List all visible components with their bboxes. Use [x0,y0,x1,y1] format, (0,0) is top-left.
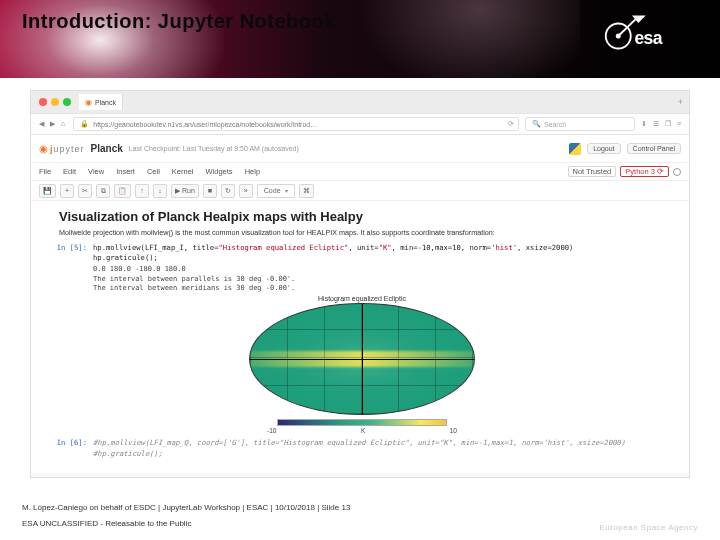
code-content-6: #hp.mollview(LFI_map_Q, coord=['G'], tit… [93,438,625,458]
colorbar-ticks: -10 K 10 [267,427,457,434]
nav-buttons: ◀ ▶ ⌂ [31,120,73,128]
esa-logo: esa [602,14,702,58]
window-tab-bar: ◉ Planck + [31,91,689,113]
browser-tab[interactable]: ◉ Planck [79,94,123,110]
restart-run-all-button[interactable]: » [239,184,253,198]
kernel-badge[interactable]: Python 3 ⟳ [620,166,669,177]
menu-widgets[interactable]: Widgets [206,167,233,176]
move-down-button[interactable]: ↓ [153,184,167,198]
axis-horizontal [250,359,474,360]
browser-tab-label: Planck [95,99,116,106]
restart-button[interactable]: ↻ [221,184,235,198]
control-panel-button[interactable]: Control Panel [627,143,681,154]
figure-title: Histogram equalized Ecliptic [318,295,406,302]
in-prompt-6: In [6]: [47,438,93,458]
galactic-plane [250,351,474,367]
code-cell-5[interactable]: In [5]: hp.mollview(LFI_map_I, title="Hi… [47,243,677,263]
slide-title: Introduction: Jupyter Notebook [22,10,336,33]
close-dot[interactable] [39,98,47,106]
mollweide-plot [249,303,475,415]
forward-button[interactable]: ▶ [50,120,55,128]
code-cell-6[interactable]: In [6]: #hp.mollview(LFI_map_Q, coord=['… [47,438,677,458]
figure-output: Histogram equalized Ecliptic -10 K 10 [47,295,677,434]
search-bar[interactable]: 🔍 Search [525,117,635,131]
menu-help[interactable]: Help [245,167,260,176]
paste-button[interactable]: 📋 [114,184,131,198]
footer-classification: ESA UNCLASSIFIED - Releasable to the Pub… [22,519,191,528]
toolbar-extras: ⬇ ☰ ❐ ≡ [641,120,689,128]
jupyter-logo-icon: ◉ [39,143,48,154]
ea-wordmark: European Space Agency [599,523,698,532]
notebook-menu: File Edit View Insert Cell Kernel Widget… [31,163,689,181]
menu-edit[interactable]: Edit [63,167,76,176]
slide-root: Introduction: Jupyter Notebook esa ◉ Pla… [0,0,720,540]
kernel-status-icon [673,168,681,176]
svg-text:esa: esa [635,28,663,48]
hero-banner: Introduction: Jupyter Notebook esa [0,0,720,78]
menu-icon[interactable]: ≡ [677,120,681,128]
cell-type-select[interactable]: Code▾ [257,184,295,198]
library-icon[interactable]: ☰ [653,120,659,128]
colorbar [277,419,447,426]
downloads-icon[interactable]: ⬇ [641,120,647,128]
min-dot[interactable] [51,98,59,106]
url-text: https://geanotebookdev.n1vs.an/user/mlop… [93,121,317,128]
move-up-button[interactable]: ↑ [135,184,149,198]
in-prompt: In [5]: [47,243,93,263]
logout-button[interactable]: Logout [587,143,620,154]
cbar-tick-min: -10 [267,427,276,434]
search-placeholder: Search [544,121,566,128]
screenshot-frame: ◉ Planck + ◀ ▶ ⌂ 🔒 https://geanotebookde… [30,90,690,478]
trusted-indicator[interactable]: Not Trusted [568,166,617,177]
menu-kernel[interactable]: Kernel [172,167,194,176]
run-button[interactable]: ▶ Run [171,184,199,198]
notebook-header: ◉ jjupyterupyter Planck Last Checkpoint:… [31,135,689,163]
markdown-paragraph: Mollweide projection with mollview() is … [59,228,677,237]
jupyter-tab-icon: ◉ [85,98,92,107]
add-cell-button[interactable]: + [60,184,74,198]
menu-view[interactable]: View [88,167,104,176]
save-button[interactable]: 💾 [39,184,56,198]
lock-icon: 🔒 [80,120,89,128]
command-palette-button[interactable]: ⌘ [299,184,314,198]
new-tab-button[interactable]: + [672,97,689,107]
code-content: hp.mollview(LFI_map_I, title="Histogram … [93,243,573,263]
cbar-unit: K [361,427,365,434]
home-button[interactable]: ⌂ [61,120,65,128]
back-button[interactable]: ◀ [39,120,44,128]
jupyter-wordmark: jjupyterupyter [50,144,85,154]
menu-file[interactable]: File [39,167,51,176]
address-bar[interactable]: 🔒 https://geanotebookdev.n1vs.an/user/ml… [73,117,519,131]
footer-credit: M. López-Caniego on behalf of ESDC | Jup… [22,503,350,512]
menu-cell[interactable]: Cell [147,167,160,176]
axis-vertical [362,304,363,414]
cut-button[interactable]: ✂ [78,184,92,198]
python-logo-icon [569,143,581,155]
menu-insert[interactable]: Insert [116,167,135,176]
reload-icon[interactable]: ⟳ [508,120,514,128]
cbar-tick-max: 10 [450,427,457,434]
notebook-body: Visualization of Planck Healpix maps wit… [31,201,689,473]
notebook-title[interactable]: Planck [91,143,123,154]
sidebar-icon[interactable]: ❐ [665,120,671,128]
interrupt-button[interactable]: ■ [203,184,217,198]
stdout-output: 0.0 180.0 -180.0 180.0 The interval betw… [93,265,677,293]
copy-button[interactable]: ⧉ [96,184,110,198]
browser-toolbar: ◀ ▶ ⌂ 🔒 https://geanotebookdev.n1vs.an/u… [31,113,689,135]
max-dot[interactable] [63,98,71,106]
checkpoint-text: Last Checkpoint: Last Tuesday at 9:50 AM… [129,145,299,152]
notebook-toolbar: 💾 + ✂ ⧉ 📋 ↑ ↓ ▶ Run ■ ↻ » Code▾ ⌘ [31,181,689,201]
markdown-heading: Visualization of Planck Healpix maps wit… [59,209,677,224]
search-icon: 🔍 [532,120,541,128]
traffic-lights [39,98,71,106]
